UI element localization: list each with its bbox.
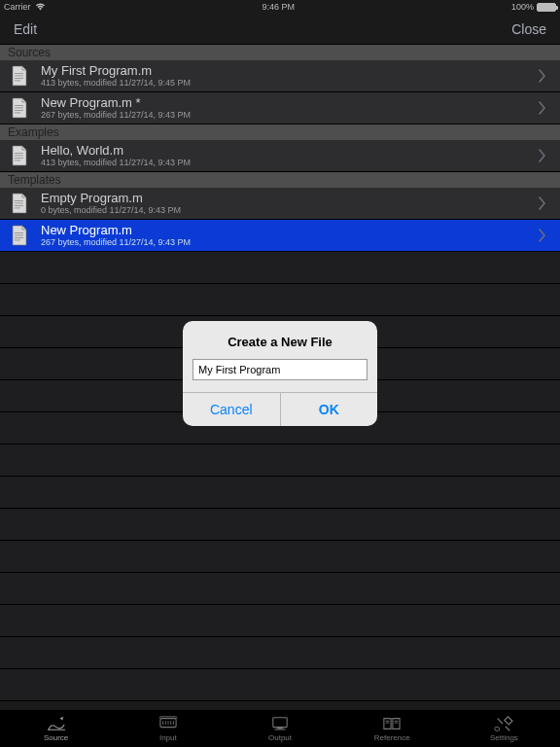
- create-file-dialog: Create a New File Cancel OK: [183, 321, 377, 426]
- cancel-button[interactable]: Cancel: [183, 393, 280, 426]
- filename-input[interactable]: [192, 359, 368, 380]
- dialog-title: Create a New File: [228, 335, 332, 349]
- dialog-overlay: Create a New File Cancel OK: [0, 0, 560, 747]
- ok-button[interactable]: OK: [280, 393, 378, 426]
